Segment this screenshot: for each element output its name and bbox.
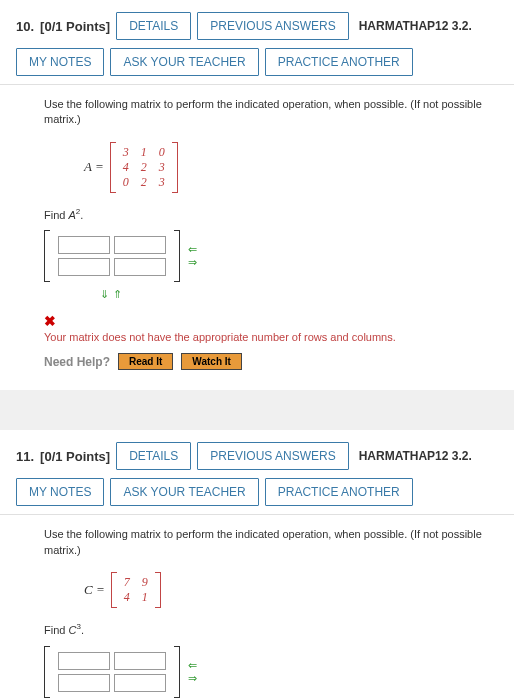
my-notes-button[interactable]: MY NOTES (16, 478, 104, 506)
matrix-variable: C = (84, 582, 105, 598)
need-help-label: Need Help? (44, 355, 110, 369)
question-10: 10. [0/1 Points] DETAILS PREVIOUS ANSWER… (0, 0, 514, 390)
watch-it-button[interactable]: Watch It (181, 353, 242, 370)
matrix-definition: A = 310 423 023 (84, 142, 506, 193)
read-it-button[interactable]: Read It (118, 353, 173, 370)
matrix-cell-input[interactable] (114, 652, 166, 670)
answer-matrix-input: ⇐ ⇒ (44, 230, 506, 282)
question-11: 11. [0/1 Points] DETAILS PREVIOUS ANSWER… (0, 430, 514, 700)
matrix-cell-input[interactable] (114, 674, 166, 692)
bracket-right-icon (174, 230, 180, 282)
details-button[interactable]: DETAILS (116, 442, 191, 470)
remove-row-icon[interactable]: ⇑ (113, 288, 122, 301)
matrix-cell-input[interactable] (58, 258, 110, 276)
question-points: [0/1 Points] (40, 19, 110, 34)
add-column-icon[interactable]: ⇒ (188, 257, 197, 268)
find-prompt: Find C3. (44, 622, 506, 636)
ask-teacher-button[interactable]: ASK YOUR TEACHER (110, 48, 258, 76)
ask-teacher-button[interactable]: ASK YOUR TEACHER (110, 478, 258, 506)
instruction-text: Use the following matrix to perform the … (44, 527, 506, 558)
remove-column-icon[interactable]: ⇐ (188, 244, 197, 255)
question-number: 11. (16, 449, 34, 464)
bracket-right-icon (155, 572, 161, 608)
instruction-text: Use the following matrix to perform the … (44, 97, 506, 128)
my-notes-button[interactable]: MY NOTES (16, 48, 104, 76)
matrix-cell-input[interactable] (114, 236, 166, 254)
bracket-left-icon (111, 572, 117, 608)
bracket-left-icon (44, 230, 50, 282)
add-column-icon[interactable]: ⇒ (188, 673, 197, 684)
practice-another-button[interactable]: PRACTICE ANOTHER (265, 478, 413, 506)
matrix-cell-input[interactable] (114, 258, 166, 276)
matrix-cell-input[interactable] (58, 674, 110, 692)
question-body: Use the following matrix to perform the … (0, 515, 514, 700)
add-row-icon[interactable]: ⇓ (100, 288, 109, 301)
matrix-variable: A = (84, 159, 104, 175)
find-prompt: Find A2. (44, 207, 506, 221)
bracket-left-icon (110, 142, 116, 193)
error-message: Your matrix does not have the appropriat… (44, 331, 506, 343)
question-number: 10. (16, 19, 34, 34)
source-reference: HARMATHAP12 3.2. (359, 449, 472, 463)
matrix-definition: C = 79 41 (84, 572, 506, 608)
previous-answers-button[interactable]: PREVIOUS ANSWERS (197, 442, 348, 470)
remove-column-icon[interactable]: ⇐ (188, 660, 197, 671)
bracket-left-icon (44, 646, 50, 698)
question-header: 10. [0/1 Points] DETAILS PREVIOUS ANSWER… (0, 0, 514, 85)
previous-answers-button[interactable]: PREVIOUS ANSWERS (197, 12, 348, 40)
source-reference: HARMATHAP12 3.2. (359, 19, 472, 33)
matrix-cell-input[interactable] (58, 652, 110, 670)
matrix-cell-input[interactable] (58, 236, 110, 254)
answer-matrix-input: ⇐ ⇒ (44, 646, 506, 698)
need-help-row: Need Help? Read It Watch It (44, 353, 506, 370)
question-body: Use the following matrix to perform the … (0, 85, 514, 390)
question-header: 11. [0/1 Points] DETAILS PREVIOUS ANSWER… (0, 430, 514, 515)
bracket-right-icon (174, 646, 180, 698)
details-button[interactable]: DETAILS (116, 12, 191, 40)
question-points: [0/1 Points] (40, 449, 110, 464)
error-block: ✖ Your matrix does not have the appropri… (44, 313, 506, 343)
practice-another-button[interactable]: PRACTICE ANOTHER (265, 48, 413, 76)
error-icon: ✖ (44, 313, 506, 329)
bracket-right-icon (172, 142, 178, 193)
